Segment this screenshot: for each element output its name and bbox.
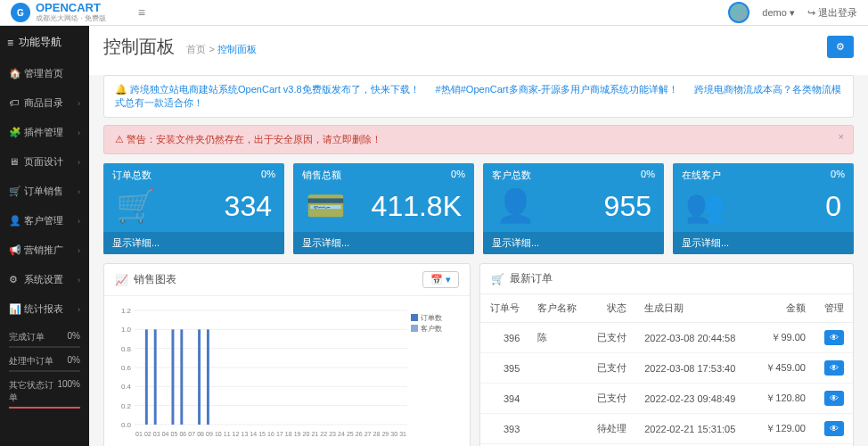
progress-block: 完成订单0%处理中订单0%其它状态订单100%: [0, 324, 89, 423]
svg-text:23: 23: [329, 431, 336, 437]
svg-rect-47: [171, 329, 174, 425]
tile-more-link[interactable]: 显示详细...: [293, 232, 474, 254]
stat-tiles: 订单总数0% 🛒334 显示详细... 销售总额0% 💳411.8K 显示详细.…: [103, 163, 854, 254]
sidebar-item-1[interactable]: 🏷商品目录›: [0, 88, 89, 118]
stat-tile-1: 销售总额0% 💳411.8K 显示详细...: [293, 163, 474, 254]
svg-rect-48: [180, 329, 183, 425]
svg-text:04: 04: [162, 431, 169, 437]
notice-link[interactable]: 跨境独立站电商建站系统OpenCart v3.8免费版发布了，快来下载！: [130, 84, 420, 95]
svg-text:18: 18: [285, 431, 292, 437]
sidebar-item-8[interactable]: 📊统计报表›: [0, 294, 89, 324]
logout-link[interactable]: ↪ 退出登录: [807, 6, 857, 20]
svg-rect-45: [145, 329, 148, 425]
svg-text:27: 27: [364, 431, 372, 437]
logo-icon: G: [11, 3, 30, 22]
svg-text:14: 14: [250, 431, 257, 437]
sidebar-item-6[interactable]: 📢营销推广›: [0, 235, 89, 265]
calendar-button[interactable]: 📅 ▾: [422, 271, 459, 288]
alert-box: ⚠ 警告：安装文件夹仍然存在，出于安全原因，请立即删除！ ×: [103, 125, 854, 154]
svg-text:11: 11: [224, 431, 231, 437]
svg-text:28: 28: [373, 431, 381, 437]
notice-box: 🔔 跨境独立站电商建站系统OpenCart v3.8免费版发布了，快来下载！#热…: [103, 75, 854, 118]
svg-text:09: 09: [206, 431, 213, 437]
svg-text:15: 15: [258, 431, 266, 437]
nav-icon: 📢: [9, 244, 20, 256]
tile-icon: 🛒: [116, 187, 156, 225]
svg-text:29: 29: [381, 431, 389, 437]
close-icon[interactable]: ×: [839, 131, 844, 142]
view-button[interactable]: 👁: [824, 330, 844, 345]
chevron-right-icon: ›: [78, 217, 80, 226]
top-header: G OPENCART 成都光大网络 · 免费版 ≡ demo ▾ ↪ 退出登录: [0, 0, 868, 26]
cart-icon: 🛒: [491, 273, 504, 285]
svg-text:05: 05: [171, 431, 178, 437]
chevron-right-icon: ›: [78, 246, 80, 255]
svg-text:30: 30: [390, 431, 397, 437]
tile-icon: 💳: [306, 187, 346, 225]
logo-area: G OPENCART 成都光大网络 · 免费版 ≡: [11, 2, 145, 23]
chevron-right-icon: ›: [78, 276, 80, 285]
chevron-right-icon: ›: [78, 99, 80, 108]
table-row: 393 待处理2022-02-21 15:31:05 ￥129.00 👁: [480, 414, 853, 444]
svg-text:10: 10: [215, 431, 222, 437]
logo-text: OPENCART: [36, 2, 106, 13]
svg-text:25: 25: [347, 431, 354, 437]
svg-text:08: 08: [197, 431, 204, 437]
sidebar-item-0[interactable]: 🏠管理首页: [0, 59, 89, 88]
sidebar-item-3[interactable]: 🖥页面设计›: [0, 147, 89, 177]
menu-toggle-icon[interactable]: ≡: [138, 5, 145, 20]
svg-rect-49: [198, 329, 201, 425]
stat-tile-2: 客户总数0% 👤955 显示详细...: [483, 163, 664, 254]
chevron-right-icon: ›: [78, 128, 80, 137]
chart-panel: 📈 销售图表 📅 ▾ 0.00.20.40.60.81.01.201020304…: [103, 263, 471, 446]
settings-button[interactable]: ⚙: [827, 36, 854, 58]
nav-icon: 👤: [9, 215, 20, 227]
sidebar-item-4[interactable]: 🛒订单销售›: [0, 177, 89, 206]
sidebar: ≡ 功能导航 🏠管理首页🏷商品目录›🧩插件管理›🖥页面设计›🛒订单销售›👤客户管…: [0, 26, 89, 446]
svg-text:03: 03: [153, 431, 160, 437]
table-row: 396陈 已支付2022-03-08 20:44:58 ￥99.00 👁: [480, 323, 853, 353]
svg-text:07: 07: [188, 431, 195, 437]
nav-header: ≡ 功能导航: [0, 26, 89, 59]
orders-table: 订单号 客户名称 状态 生成日期 金额 管理 396陈 已支付2022-03-0…: [480, 294, 853, 446]
breadcrumb: 首页 > 控制面板: [186, 44, 257, 54]
svg-text:31: 31: [399, 431, 406, 437]
stat-tile-0: 订单总数0% 🛒334 显示详细...: [103, 163, 284, 254]
user-name[interactable]: demo ▾: [762, 7, 795, 19]
svg-text:19: 19: [294, 431, 301, 437]
view-button[interactable]: 👁: [824, 360, 844, 376]
nav-icon: 📊: [9, 303, 20, 315]
tile-more-link[interactable]: 显示详细...: [483, 232, 664, 254]
svg-text:21: 21: [311, 431, 318, 437]
table-row: 395 已支付2022-03-08 17:53:40 ￥459.00 👁: [480, 353, 853, 384]
view-button[interactable]: 👁: [824, 391, 844, 406]
breadcrumb-current[interactable]: 控制面板: [217, 44, 257, 54]
svg-text:02: 02: [144, 431, 151, 437]
header-right: demo ▾ ↪ 退出登录: [728, 2, 857, 23]
svg-text:22: 22: [320, 431, 327, 437]
chevron-right-icon: ›: [78, 158, 80, 167]
sidebar-item-7[interactable]: ⚙系统设置›: [0, 265, 89, 294]
nav-icon: 🏷: [9, 97, 20, 108]
nav-icon: 🧩: [9, 127, 20, 138]
avatar[interactable]: [728, 2, 749, 23]
svg-rect-46: [154, 329, 157, 425]
sales-chart: 0.00.20.40.60.81.01.20102030405060708091…: [113, 305, 461, 439]
nav-icon: 🏠: [9, 68, 20, 79]
tile-icon: 👥: [685, 187, 725, 225]
bell-icon: 🔔: [115, 84, 127, 95]
svg-text:26: 26: [356, 431, 363, 437]
tile-more-link[interactable]: 显示详细...: [103, 232, 284, 254]
svg-text:1.2: 1.2: [121, 307, 132, 315]
sidebar-item-2[interactable]: 🧩插件管理›: [0, 118, 89, 147]
view-button[interactable]: 👁: [824, 421, 844, 436]
svg-text:订单数: 订单数: [421, 314, 442, 322]
chart-icon: 📈: [115, 274, 128, 286]
notice-link[interactable]: #热销#OpenCart多商家-开源多用户商城系统功能详解！: [436, 84, 679, 95]
svg-text:06: 06: [179, 431, 186, 437]
svg-text:16: 16: [267, 431, 274, 437]
tile-more-link[interactable]: 显示详细...: [673, 232, 854, 254]
svg-text:0.2: 0.2: [121, 402, 132, 410]
sidebar-item-5[interactable]: 👤客户管理›: [0, 206, 89, 235]
table-row: 394 已支付2022-02-23 09:48:49 ￥120.80 👁: [480, 384, 853, 414]
